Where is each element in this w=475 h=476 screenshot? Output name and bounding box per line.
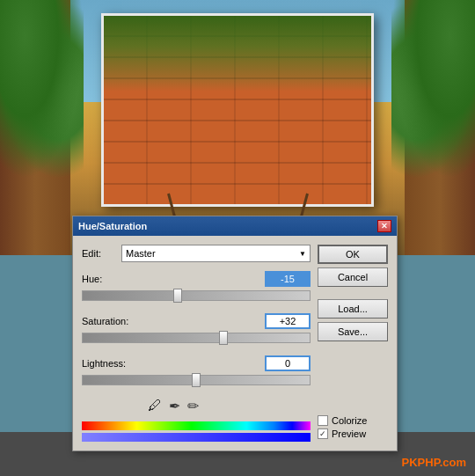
colorize-label: Colorize — [332, 415, 367, 426]
lightness-label: Lightness: — [82, 358, 148, 369]
saturation-value-box[interactable]: +32 — [265, 313, 311, 329]
blue-spectrum-bar — [82, 433, 311, 442]
dialog-title: Hue/Saturation — [78, 221, 147, 231]
eyedropper-normal-icon[interactable]: 🖊 — [148, 398, 162, 414]
edit-select[interactable]: Master ▼ — [121, 245, 311, 262]
rainbow-spectrum-bar — [82, 421, 311, 430]
foliage-right — [391, 0, 475, 179]
lightness-slider-track[interactable] — [82, 375, 311, 385]
ok-button[interactable]: OK — [318, 245, 388, 264]
hue-slider-track[interactable] — [82, 290, 311, 301]
hue-label-row: Hue: -15 — [82, 271, 311, 287]
load-button[interactable]: Load... — [318, 299, 388, 319]
colorize-checkbox[interactable] — [318, 415, 328, 426]
hue-label: Hue: — [82, 274, 148, 284]
saturation-slider-track[interactable] — [82, 333, 311, 343]
hue-value-box[interactable]: -15 — [265, 271, 311, 287]
hue-value: -15 — [281, 274, 295, 284]
saturation-label: Saturation: — [82, 316, 148, 326]
eyedropper-add-icon[interactable]: ✒ — [169, 398, 180, 414]
spectrum-bars — [82, 421, 311, 442]
eyedropper-subtract-icon[interactable]: ✏ — [187, 398, 199, 414]
preview-label: Preview — [332, 428, 366, 439]
lightness-label-row: Lightness: 0 — [82, 355, 311, 371]
save-button[interactable]: Save... — [318, 322, 388, 341]
dialog-close-button[interactable]: ✕ — [377, 220, 391, 232]
saturation-slider-thumb[interactable] — [219, 331, 228, 345]
cancel-button[interactable]: Cancel — [318, 267, 388, 287]
eyedroppers-row: 🖊 ✒ ✏ — [82, 398, 311, 414]
lightness-slider-thumb[interactable] — [192, 373, 201, 387]
preview-checkbox[interactable]: ✓ — [318, 428, 328, 439]
edit-label: Edit: — [82, 248, 121, 259]
dialog-left-panel: Edit: Master ▼ Hue: -15 — [82, 245, 311, 442]
preview-row: ✓ Preview — [318, 428, 388, 439]
edit-row: Edit: Master ▼ — [82, 245, 311, 262]
hue-slider-row: Hue: -15 — [82, 271, 311, 301]
saturation-slider-row: Saturation: +32 — [82, 313, 311, 343]
brick-wall — [101, 13, 374, 207]
brick-pattern — [104, 16, 371, 204]
lightness-value: 0 — [285, 358, 290, 369]
edit-select-value: Master — [126, 248, 156, 259]
chevron-down-icon: ▼ — [299, 250, 306, 258]
colorize-row: Colorize — [318, 415, 388, 426]
hue-saturation-dialog: Hue/Saturation ✕ Edit: Master ▼ Hue: -15 — [72, 216, 398, 451]
dialog-titlebar: Hue/Saturation ✕ — [73, 216, 397, 236]
hue-slider-thumb[interactable] — [173, 289, 182, 303]
dialog-body: Edit: Master ▼ Hue: -15 — [73, 236, 397, 450]
lightness-value-box[interactable]: 0 — [265, 355, 311, 371]
saturation-value: +32 — [280, 316, 296, 326]
lightness-slider-row: Lightness: 0 — [82, 355, 311, 385]
ivy-overlay — [104, 16, 371, 92]
watermark: PKPHP.com — [402, 456, 466, 469]
foliage-left — [0, 0, 84, 179]
saturation-label-row: Saturation: +32 — [82, 313, 311, 329]
dialog-right-panel: OK Cancel Load... Save... Colorize ✓ Pre… — [318, 245, 388, 442]
